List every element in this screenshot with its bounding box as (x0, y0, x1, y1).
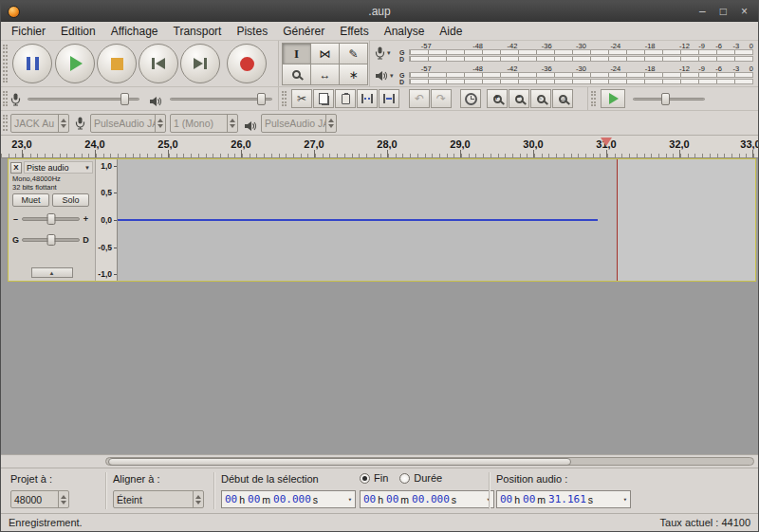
multi-tool-button[interactable]: ∗ (339, 64, 368, 85)
menu-generer[interactable]: Générer (275, 23, 332, 40)
gain-slider-track[interactable] (22, 217, 80, 221)
device-toolbar: JACK Au PulseAudio JAC 1 (Mono) PulseAud… (1, 111, 758, 136)
record-volume-slider[interactable] (28, 93, 139, 105)
track-collapse-button[interactable]: ▲ (31, 267, 73, 278)
radio-duree-label[interactable]: Durée (414, 472, 442, 484)
redo-button[interactable]: ↷ (431, 89, 452, 108)
stop-button[interactable] (97, 44, 137, 83)
gain-slider-thumb[interactable] (46, 213, 55, 225)
recording-meter[interactable]: ▾ -57 -48 -42 -36 -30 -24 -18 -12 -9 -6 … (372, 42, 755, 64)
edit-toolbar-grip[interactable] (282, 91, 287, 106)
menu-effets[interactable]: Effets (332, 23, 376, 40)
radio-duree[interactable] (399, 473, 410, 484)
menu-analyse[interactable]: Analyse (377, 23, 433, 40)
paste-button[interactable] (335, 89, 356, 108)
menu-pistes[interactable]: Pistes (229, 23, 275, 40)
project-rate-combo[interactable]: 48000 (10, 490, 69, 508)
timeshift-tool-button[interactable]: ↔ (310, 64, 340, 85)
skip-start-button[interactable] (139, 44, 178, 83)
zoom-tool-button[interactable] (282, 64, 311, 85)
playback-meter-header[interactable]: ▾ (372, 64, 398, 86)
play-button[interactable] (55, 44, 95, 83)
selection-end-field[interactable]: 00h 00m 00.000s ▾ (360, 490, 494, 508)
copy-button[interactable] (313, 89, 334, 108)
menu-aide[interactable]: Aide (432, 23, 470, 40)
track-menu-button[interactable]: Piste audio ▼ (24, 161, 93, 174)
play-at-speed-button[interactable] (601, 89, 625, 108)
playback-volume-thumb[interactable] (257, 93, 266, 105)
menu-affichage[interactable]: Affichage (103, 23, 166, 40)
fit-project-button[interactable] (552, 89, 573, 108)
dropdown-arrow-icon[interactable]: ▾ (348, 496, 352, 504)
record-button[interactable] (227, 44, 267, 83)
pan-slider-thumb[interactable] (46, 234, 55, 246)
spinner-icon[interactable] (58, 115, 68, 132)
play-speed-thumb[interactable] (661, 93, 670, 105)
time-label: 32,0 (669, 138, 689, 150)
scrollbar-track[interactable] (105, 457, 754, 466)
recording-meter-header[interactable]: ▾ (372, 42, 398, 64)
maximize-button[interactable]: □ (720, 1, 727, 22)
trim-button[interactable] (357, 89, 378, 108)
pause-button[interactable] (12, 44, 52, 83)
vertical-ruler[interactable]: 1,0 0,5 0,0 -0,5 -1,0 (96, 159, 118, 281)
undo-button[interactable]: ↶ (409, 89, 430, 108)
menu-transport[interactable]: Transport (166, 23, 230, 40)
timeline-ruler[interactable]: 23,0 24,0 25,0 26,0 27,0 28,0 29,0 30,0 … (1, 136, 758, 158)
playback-volume-slider[interactable] (170, 93, 272, 105)
host-combo[interactable]: JACK Au (10, 114, 69, 133)
audacity-window: .aup – □ × Fichier Edition Affichage Tra… (0, 0, 759, 532)
mixer-toolbar-grip[interactable] (3, 91, 8, 106)
device-toolbar-grip[interactable] (3, 115, 8, 131)
selection-start-field[interactable]: 00h 00m 00.000s ▾ (221, 490, 356, 508)
input-device-combo[interactable]: PulseAudio JAC (90, 114, 166, 133)
snap-label: Aligner à : (113, 473, 160, 485)
selection-tool-button[interactable]: I (282, 43, 311, 64)
speaker-icon (244, 119, 257, 136)
audio-position-field[interactable]: 00h 00m 31.161s ▾ (496, 490, 631, 508)
play-speed-slider[interactable] (633, 93, 705, 105)
transcription-toolbar-grip[interactable] (591, 91, 596, 106)
track-area[interactable]: X Piste audio ▼ Mono,48000Hz 32 bits flo… (1, 158, 758, 454)
gain-slider[interactable]: – + (12, 212, 89, 226)
menu-edition[interactable]: Edition (53, 23, 103, 40)
output-device-combo[interactable]: PulseAudio JAC (261, 114, 337, 133)
spinner-icon[interactable] (325, 115, 336, 132)
pan-slider[interactable]: G D (12, 233, 89, 247)
record-volume-thumb[interactable] (120, 93, 129, 105)
fit-selection-button[interactable] (530, 89, 551, 108)
zoom-out-button[interactable] (509, 89, 529, 108)
menu-fichier[interactable]: Fichier (4, 23, 53, 40)
dropdown-arrow-icon[interactable]: ▾ (623, 496, 627, 504)
waveform-canvas[interactable] (118, 159, 755, 281)
scrollbar-thumb[interactable] (108, 458, 571, 466)
snap-combo[interactable]: Éteint (113, 490, 204, 508)
track-close-button[interactable]: X (10, 162, 22, 174)
audio-track[interactable]: X Piste audio ▼ Mono,48000Hz 32 bits flo… (8, 158, 756, 282)
spinner-icon[interactable] (193, 491, 203, 507)
pan-slider-track[interactable] (22, 238, 80, 242)
horizontal-scrollbar[interactable] (1, 454, 758, 468)
input-channels-combo[interactable]: 1 (Mono) (170, 114, 238, 133)
solo-button[interactable]: Solo (52, 193, 89, 207)
radio-fin[interactable] (360, 473, 370, 484)
minimize-button[interactable]: – (699, 1, 706, 22)
envelope-tool-button[interactable]: ⋈ (310, 43, 340, 64)
cut-button[interactable]: ✂ (291, 89, 312, 108)
spinner-icon[interactable] (227, 115, 237, 132)
radio-fin-label[interactable]: Fin (374, 472, 388, 484)
zoom-in-button[interactable] (487, 89, 508, 108)
spinner-icon[interactable] (58, 491, 68, 507)
sync-lock-button[interactable] (460, 89, 481, 108)
draw-tool-button[interactable]: ✎ (339, 43, 368, 64)
close-button[interactable]: × (741, 1, 748, 22)
statusbar: Enregistrement. Taux actuel : 44100 (1, 513, 758, 531)
skip-end-button[interactable] (180, 44, 220, 83)
spinner-icon[interactable] (155, 115, 165, 132)
silence-button[interactable] (379, 89, 399, 108)
copy-icon (322, 96, 329, 105)
transport-toolbar-grip[interactable] (3, 45, 8, 83)
selection-toolbar: Projet à : 48000 Aligner à : Éteint Débu… (1, 468, 758, 513)
playback-meter[interactable]: ▾ -57 -48 -42 -36 -30 -24 -18 -12 -9 -6 … (372, 64, 755, 86)
mute-button[interactable]: Muet (12, 193, 49, 207)
